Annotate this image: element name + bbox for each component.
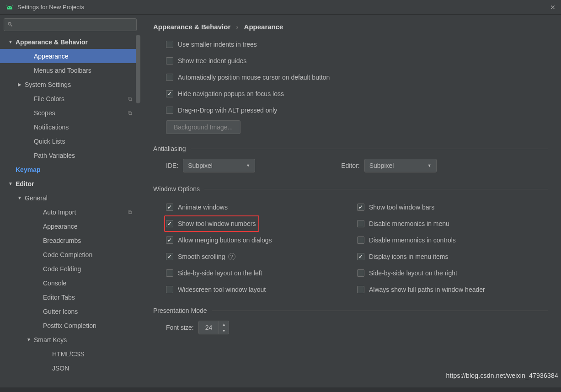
breadcrumb: Appearance & Behavior › Appearance (153, 23, 548, 31)
sidebar-item[interactable]: Code Completion (0, 247, 140, 262)
window-options-left: Animate windowsShow tool window numbersA… (166, 199, 357, 298)
sidebar-item[interactable]: File Colors⧉ (0, 91, 140, 106)
titlebar: Settings for New Projects ✕ (0, 0, 561, 15)
footer (0, 387, 561, 392)
sidebar-item[interactable]: Editor Tabs (0, 290, 140, 304)
svg-line-3 (12, 5, 13, 6)
checkbox[interactable] (357, 220, 364, 227)
checkbox[interactable] (166, 107, 173, 114)
sidebar-item[interactable]: Code Folding (0, 262, 140, 276)
sidebar-item[interactable]: HTML/CSS (0, 347, 140, 361)
sidebar-item-label: Code Folding (43, 265, 81, 273)
settings-tree: ▼Appearance & BehaviorAppearanceMenus an… (0, 35, 140, 383)
checkbox[interactable] (166, 204, 173, 211)
sidebar-item[interactable]: Quick Lists (0, 134, 140, 148)
checkbox[interactable] (166, 253, 173, 260)
checkbox-row: Display icons in menu items (357, 248, 548, 265)
checkbox[interactable] (166, 286, 173, 293)
editor-antialiasing-field: Editor: Subpixel ▼ (341, 159, 436, 172)
checkbox-row: Always show full paths in window header (357, 281, 548, 298)
checkbox-label: Smooth scrolling (178, 253, 225, 260)
background-image-button[interactable]: Background Image... (166, 120, 240, 134)
svg-line-2 (6, 5, 7, 6)
sidebar-item[interactable]: Menus and Toolbars (0, 63, 140, 77)
close-icon[interactable]: ✕ (550, 4, 556, 11)
sidebar-item[interactable]: Breadcrumbs (0, 233, 140, 247)
chevron-down-icon: ▼ (7, 39, 14, 44)
breadcrumb-leaf: Appearance (244, 23, 283, 31)
checkbox-row: Allow merging buttons on dialogs (166, 232, 357, 248)
sidebar-item[interactable]: ▼Smart Keys (0, 333, 140, 347)
checkbox[interactable] (357, 204, 364, 211)
section-presentation: Presentation Mode (153, 307, 548, 314)
checkbox[interactable] (357, 253, 364, 260)
checkbox-label: Widescreen tool window layout (178, 286, 266, 293)
checkbox[interactable] (357, 269, 364, 277)
sidebar-item-label: Editor Tabs (43, 294, 75, 301)
top-options: Use smaller indents in treesShow tree in… (166, 36, 548, 134)
sidebar-item[interactable]: ▼Editor (0, 177, 140, 191)
checkbox-label: Show tree indent guides (178, 57, 246, 64)
spinner-down-icon[interactable]: ▼ (219, 328, 229, 334)
checkbox-row: Smooth scrolling? (166, 248, 357, 265)
checkbox-row: Disable mnemonics in menu (357, 215, 548, 232)
checkbox-label: Hide navigation popups on focus loss (178, 90, 284, 97)
checkbox-row: Widescreen tool window layout (166, 281, 357, 298)
checkbox[interactable] (166, 236, 173, 244)
checkbox[interactable] (166, 269, 173, 277)
sidebar-item[interactable]: Notifications (0, 120, 140, 134)
chevron-down-icon: ▼ (427, 163, 432, 168)
search-input[interactable] (4, 18, 137, 31)
sidebar-item-label: Keymap (16, 166, 40, 173)
sidebar-item[interactable]: Auto Import⧉ (0, 205, 140, 219)
checkbox[interactable] (166, 90, 173, 97)
section-title: Presentation Mode (153, 307, 207, 314)
chevron-down-icon: ▼ (246, 163, 250, 168)
editor-antialiasing-select[interactable]: Subpixel ▼ (364, 159, 437, 172)
checkbox[interactable] (166, 74, 173, 81)
checkbox-label: Disable mnemonics in menu (369, 220, 449, 227)
presentation-row: Font size: 24 ▲ ▼ (166, 321, 548, 334)
sidebar-item[interactable]: Path Variables (0, 148, 140, 162)
font-size-spinner[interactable]: 24 ▲ ▼ (198, 321, 230, 334)
sidebar-item[interactable]: ▼Appearance & Behavior (0, 35, 140, 49)
checkbox[interactable] (357, 236, 364, 244)
select-value: Subpixel (369, 162, 394, 169)
sidebar-item[interactable]: Keymap (0, 162, 140, 177)
window-options-right: Show tool window barsDisable mnemonics i… (357, 199, 548, 298)
font-size-field: Font size: 24 ▲ ▼ (166, 321, 229, 334)
ide-antialiasing-field: IDE: Subpixel ▼ (166, 159, 255, 172)
sidebar-item-label: Auto Import (43, 209, 76, 216)
sidebar-item[interactable]: Appearance (0, 219, 140, 233)
ide-label: IDE: (166, 162, 178, 169)
help-icon[interactable]: ? (228, 253, 235, 260)
sidebar-item[interactable]: Appearance (0, 49, 140, 63)
checkbox-label: Animate windows (178, 204, 228, 211)
divider (191, 149, 548, 149)
sidebar-item-label: Quick Lists (34, 138, 65, 145)
sidebar-item[interactable]: ▶System Settings (0, 77, 140, 91)
sidebar-item[interactable]: Postfix Completion (0, 318, 140, 333)
checkbox-row: Side-by-side layout on the left (166, 265, 357, 281)
sidebar-item[interactable]: Console (0, 276, 140, 290)
checkbox-label: Use smaller indents in trees (178, 41, 257, 48)
checkbox-row: Show tree indent guides (166, 53, 548, 69)
checkbox[interactable] (166, 220, 173, 227)
sidebar-item[interactable]: ▼General (0, 191, 140, 205)
svg-point-0 (8, 7, 9, 8)
sidebar-item-label: Appearance (34, 53, 69, 60)
sidebar-item[interactable]: Scopes⧉ (0, 106, 140, 120)
spinner-up-icon[interactable]: ▲ (219, 321, 229, 328)
checkbox[interactable] (357, 286, 364, 293)
ide-antialiasing-select[interactable]: Subpixel ▼ (183, 159, 255, 172)
scrollbar[interactable] (136, 35, 140, 103)
section-window-options: Window Options (153, 185, 548, 193)
checkbox[interactable] (166, 57, 173, 64)
sidebar-item-label: Editor (16, 180, 34, 188)
watermark: https://blog.csdn.net/weixin_47936384 (446, 372, 558, 379)
checkbox[interactable] (166, 41, 173, 48)
sidebar-item-label: Scopes (34, 109, 55, 117)
sidebar-item[interactable]: JSON (0, 361, 140, 375)
sidebar-item[interactable]: Gutter Icons (0, 304, 140, 318)
sidebar-item-label: Code Completion (43, 251, 92, 258)
